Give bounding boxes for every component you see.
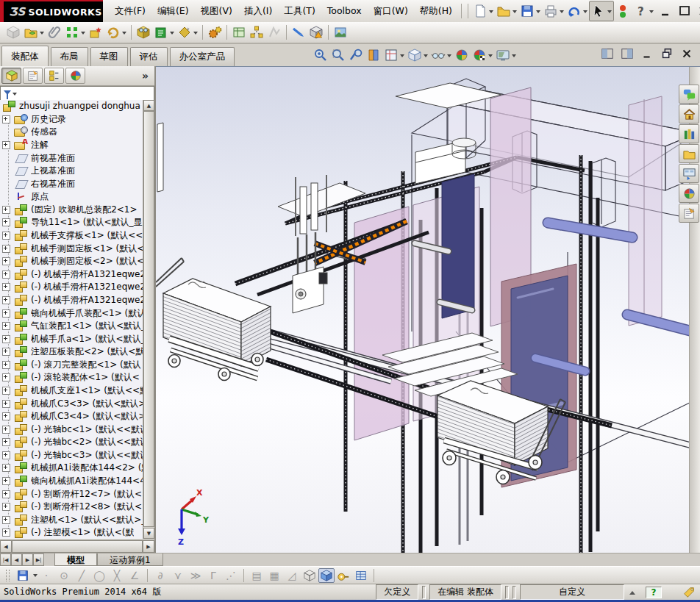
measure-button[interactable]	[335, 568, 352, 583]
print-button[interactable]	[542, 1, 565, 21]
expand-plus-icon[interactable]	[2, 115, 10, 123]
save-button[interactable]	[14, 568, 32, 583]
tree-item[interactable]: (-) 光轴bc<3> (默认<<默认	[0, 449, 143, 462]
assembly-features-button[interactable]	[152, 23, 176, 42]
dropdown-caret-icon[interactable]	[40, 32, 44, 37]
mate-button[interactable]	[46, 23, 63, 42]
tree-item[interactable]: 导轨11<1> (默认<默认_显示	[0, 216, 143, 229]
tree-item[interactable]: 注解	[0, 139, 143, 152]
resources-home-button[interactable]	[679, 104, 699, 123]
tree-item[interactable]: 机械手爪a<1> (默认<默认_	[0, 332, 143, 345]
expand-plus-icon[interactable]	[2, 257, 10, 265]
scroll-down-arrow[interactable]: ▼	[143, 528, 154, 539]
tree-item[interactable]: 机械手支撑板<1> (默认<<默	[0, 229, 143, 243]
doc-tile-left-button[interactable]	[600, 47, 615, 60]
menu-Toolbox[interactable]: Toolbox	[321, 2, 368, 21]
menu-H[interactable]: 帮助(H)	[414, 2, 458, 21]
new-motion-study-button[interactable]	[206, 23, 224, 42]
magnify-button[interactable]	[347, 46, 365, 64]
dropdown-caret-icon[interactable]	[424, 54, 428, 60]
tree-item[interactable]: (固定) 吹塑机总装配2<1>	[0, 204, 143, 217]
tab-评估[interactable]: 评估	[130, 47, 168, 66]
tree-item[interactable]: 机械爪C3<4> (默认<默认>	[0, 410, 143, 423]
tree-item[interactable]: (-) 滚刀完整装配<1> (默认	[0, 359, 143, 372]
tree-item[interactable]: 前视基准面	[0, 151, 143, 165]
tab-模型[interactable]: 模型	[54, 553, 97, 566]
toolbar-grip[interactable]	[6, 570, 10, 581]
doc-restore-button[interactable]	[660, 47, 674, 60]
smart-fasteners-button[interactable]	[87, 23, 104, 42]
expand-plus-icon[interactable]	[2, 141, 10, 149]
tree-item[interactable]: (-) 割断滑杆12<7> (默认<	[0, 487, 143, 501]
tab-nav-prev-button[interactable]: ◀	[11, 553, 22, 566]
preview-window-button[interactable]	[332, 23, 349, 42]
tree-item[interactable]: (-) 光轴bc<2> (默认<<默认	[0, 436, 143, 449]
open-button[interactable]	[495, 1, 518, 21]
panel-expand-chevron[interactable]: »	[142, 70, 149, 82]
bill-of-materials-button[interactable]	[230, 23, 248, 42]
dropdown-caret-icon[interactable]	[81, 32, 85, 37]
dropdown-caret-icon[interactable]	[489, 10, 493, 15]
featuremanager-tree-button[interactable]	[1, 68, 21, 84]
scroll-thumb[interactable]	[143, 111, 154, 527]
tag-icon[interactable]	[681, 586, 697, 599]
dropdown-caret-icon[interactable]	[649, 10, 654, 15]
menu-I[interactable]: 插入(I)	[238, 2, 278, 21]
dropdown-caret-icon[interactable]	[447, 54, 451, 60]
linear-component-pattern-button[interactable]	[63, 23, 87, 42]
edit-appearance-button[interactable]	[453, 46, 471, 64]
forum-button[interactable]	[679, 85, 699, 104]
tab-nav-next-button[interactable]: ▶	[22, 553, 33, 566]
tree-item[interactable]: 镜向机械手爪装配<1> (默认	[0, 307, 143, 320]
expand-plus-icon[interactable]	[2, 477, 10, 485]
expand-plus-icon[interactable]	[2, 412, 10, 420]
tree-item[interactable]: (-) 机械手滑杆A1321eqwe2	[0, 294, 143, 307]
wireframe-display-button[interactable]	[301, 568, 318, 583]
tree-item[interactable]: 原点	[0, 190, 143, 204]
tree-vertical-scrollbar[interactable]: ▲ ▼	[143, 100, 154, 539]
file-explorer-button[interactable]	[679, 144, 699, 163]
menu-V[interactable]: 视图(V)	[195, 2, 238, 21]
select-cursor-button[interactable]	[589, 1, 614, 21]
expand-plus-icon[interactable]	[2, 322, 10, 330]
assembly-visualization-button[interactable]	[307, 23, 325, 42]
menu-F[interactable]: 文件(F)	[109, 2, 151, 21]
expand-plus-icon[interactable]	[2, 373, 10, 381]
expand-plus-icon[interactable]	[2, 296, 10, 304]
new-document-button[interactable]	[471, 1, 495, 21]
tab-nav-last-button[interactable]: ▶|	[33, 553, 44, 566]
view-settings-button[interactable]	[494, 46, 518, 64]
expand-plus-icon[interactable]	[2, 361, 10, 369]
expand-plus-icon[interactable]	[2, 516, 10, 524]
menu-W[interactable]: 窗口(W)	[368, 2, 414, 21]
tree-item[interactable]: 注塑机<1> (默认<<默认>_显	[0, 514, 143, 527]
scroll-up-arrow[interactable]: ▲	[143, 100, 154, 111]
configurationmanager-button[interactable]	[44, 68, 64, 84]
expand-plus-icon[interactable]	[2, 426, 10, 434]
dropdown-caret-icon[interactable]	[400, 54, 404, 60]
tree-item[interactable]: 传感器	[0, 126, 143, 139]
tree-item[interactable]: 历史记录	[0, 113, 143, 126]
expand-plus-icon[interactable]	[2, 400, 10, 408]
display-style-button[interactable]	[406, 46, 429, 64]
apply-scene-button[interactable]	[471, 46, 494, 64]
tree-item[interactable]: (-) 机械手滑杆A1321eqwe2	[0, 281, 143, 294]
graphics-viewport[interactable]: X Y Z	[156, 66, 700, 553]
move-component-button[interactable]	[104, 23, 128, 42]
tree-item[interactable]: 机械抓A1i装配体144<2> (默	[0, 462, 143, 475]
dropdown-caret-icon[interactable]	[512, 54, 516, 60]
expand-plus-icon[interactable]	[2, 270, 10, 279]
menu-T[interactable]: 工具(T)	[278, 2, 321, 21]
reference-geometry-button[interactable]	[176, 23, 199, 42]
tree-horizontal-scrollbar[interactable]: ◀ ▶	[0, 540, 154, 553]
evaluate-table-button[interactable]	[352, 568, 370, 583]
custom-properties-button[interactable]	[679, 204, 699, 223]
expand-plus-icon[interactable]	[2, 503, 10, 511]
expand-plus-icon[interactable]	[2, 335, 10, 343]
edge-plate[interactable]	[157, 123, 163, 192]
tree-item[interactable]: (-) 光轴bc<1> (默认<<默认	[0, 423, 143, 436]
tree-item[interactable]: (-) 滚轮装配体<1> (默认<	[0, 371, 143, 384]
tree-root-item[interactable]: zhusuji zhuangpei donghua (默	[0, 100, 143, 113]
tab-草图[interactable]: 草图	[90, 47, 128, 66]
open-part-button[interactable]	[22, 23, 46, 42]
